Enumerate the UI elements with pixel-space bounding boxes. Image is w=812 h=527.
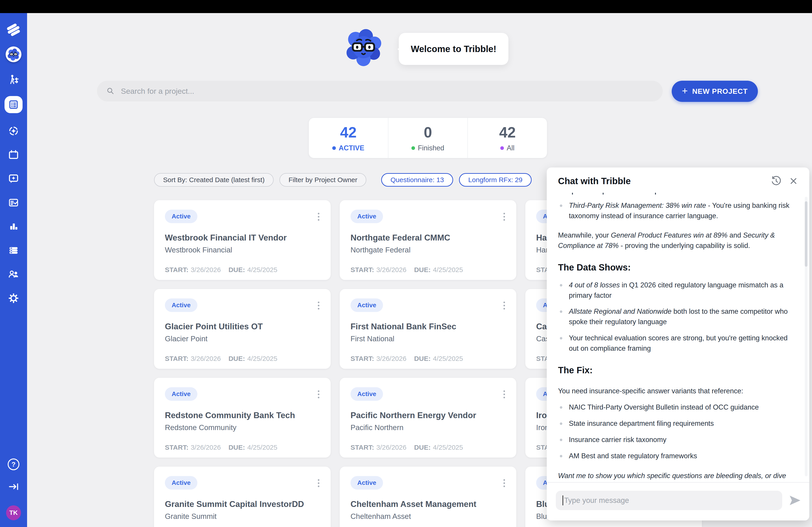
status-badge: Active — [350, 387, 383, 401]
tribble-logo-icon[interactable] — [6, 22, 21, 37]
card-menu-icon[interactable] — [317, 389, 321, 400]
sidebar-item-team[interactable] — [8, 268, 20, 281]
chat-paragraph: You need insurance-specific answer varia… — [558, 386, 797, 396]
sort-chip[interactable]: Sort By: Created Date (latest first) — [154, 173, 274, 187]
status-badge: Active — [165, 476, 197, 490]
start-date: 3/26/2026 — [191, 266, 221, 273]
chat-text: Your technical evaluation scores are str… — [569, 334, 788, 352]
chat-message-area[interactable]: Third-Party Risk Management: 38% win rat… — [547, 191, 803, 482]
card-title: Cheltenham Asset Management — [350, 499, 506, 509]
due-date: 4/25/2025 — [247, 443, 277, 451]
chat-section-heading: The Data Shows: — [558, 261, 797, 274]
chat-section-heading: The Fix: — [558, 364, 797, 377]
sidebar-item-handoff[interactable] — [8, 74, 20, 86]
help-icon[interactable]: ? — [8, 458, 19, 470]
project-card[interactable]: Active Northgate Federal CMMC Northgate … — [340, 200, 516, 280]
card-title: Glacier Point Utilities OT — [165, 322, 320, 331]
sidebar-item-review-checklist[interactable] — [8, 197, 20, 209]
tribble-mascot-avatar[interactable] — [6, 46, 21, 62]
filter-bar: Sort By: Created Date (latest first) Fil… — [154, 173, 532, 187]
card-title: Granite Summit Capital InvestorDD — [165, 499, 320, 509]
logout-icon[interactable] — [8, 481, 20, 493]
new-project-label: NEW PROJECT — [692, 87, 748, 95]
user-avatar[interactable]: TK — [6, 506, 21, 520]
search-input[interactable] — [121, 87, 654, 95]
chat-title: Chat with Tribble — [558, 176, 764, 186]
card-menu-icon[interactable] — [502, 478, 506, 488]
card-menu-icon[interactable] — [502, 300, 506, 311]
chat-scrollbar-thumb[interactable] — [805, 201, 808, 267]
sidebar-item-refresh-ai[interactable] — [8, 125, 20, 137]
due-date: 4/25/2025 — [433, 266, 463, 273]
project-card[interactable]: Active Granite Summit Capital InvestorDD… — [154, 467, 331, 527]
project-card[interactable]: Active First National Bank FinSec First … — [340, 289, 516, 369]
card-company: Glacier Point — [165, 334, 320, 343]
finished-dot — [411, 146, 415, 150]
user-initials: TK — [9, 509, 18, 516]
card-title: First National Bank FinSec — [350, 322, 506, 331]
text-caret — [563, 495, 563, 506]
owner-filter-chip[interactable]: Filter by Project Owner — [279, 173, 366, 187]
tribble-mascot-illustration — [344, 28, 383, 67]
start-date: 3/26/2026 — [376, 443, 406, 451]
new-project-button[interactable]: + NEW PROJECT — [672, 81, 758, 102]
due-date: 4/25/2025 — [247, 266, 277, 273]
card-company: Cheltenham Asset — [350, 512, 506, 521]
chat-bullet: Insurance carrier risk taxonomy — [558, 435, 797, 445]
longform-chip[interactable]: Longform RFx: 29 — [459, 173, 532, 187]
stat-finished[interactable]: 0 Finished — [388, 118, 467, 158]
card-menu-icon[interactable] — [502, 211, 506, 222]
clipped-message-remnant — [558, 191, 797, 195]
sidebar-item-chat-ai[interactable] — [8, 173, 20, 185]
status-badge: Active — [165, 210, 197, 223]
project-card[interactable]: Active Redstone Community Bank Tech Reds… — [154, 378, 331, 457]
stat-all[interactable]: 42 All — [467, 118, 547, 158]
chat-closing-question: Want me to show you which specific quest… — [558, 471, 797, 482]
project-card[interactable]: Active Pacific Northern Energy Vendor Pa… — [340, 378, 516, 457]
sidebar-item-settings[interactable] — [8, 292, 20, 304]
project-card[interactable]: Active Glacier Point Utilities OT Glacie… — [154, 289, 331, 369]
plus-icon: + — [682, 85, 688, 96]
chat-close-icon[interactable] — [788, 175, 799, 187]
due-label: DUE: — [229, 355, 245, 362]
chat-text: State insurance department filing requir… — [569, 420, 714, 427]
chat-bullet: Third-Party Risk Management: 38% win rat… — [558, 200, 797, 221]
status-badge: Active — [165, 298, 197, 312]
project-card[interactable]: Active Westbrook Financial IT Vendor Wes… — [154, 200, 331, 280]
chat-bullet: Your technical evaluation scores are str… — [558, 333, 797, 353]
sidebar: ? TK — [0, 13, 27, 527]
chat-text: AM Best and state regulatory frameworks — [569, 452, 697, 460]
chat-text-italic: Third-Party Risk Management: 38% win rat… — [569, 201, 706, 209]
top-window-bar — [0, 0, 812, 13]
chat-message-input[interactable] — [564, 496, 775, 505]
questionnaire-chip[interactable]: Questionnaire: 13 — [381, 173, 453, 187]
stat-finished-label: Finished — [418, 144, 444, 152]
chat-bullet: 4 out of 8 losses in Q1 2026 cited regul… — [558, 280, 797, 301]
start-label: START: — [350, 266, 374, 273]
due-label: DUE: — [229, 266, 245, 273]
card-company: Northgate Federal — [350, 246, 506, 254]
stat-active-label: ACTIVE — [338, 144, 364, 152]
sidebar-item-data-sources[interactable] — [8, 244, 20, 257]
sidebar-item-analytics[interactable] — [8, 221, 20, 232]
card-menu-icon[interactable] — [502, 389, 506, 400]
chat-input-wrapper — [556, 491, 782, 510]
sidebar-item-calendar[interactable] — [8, 149, 20, 161]
stat-all-label: All — [507, 144, 514, 152]
project-stats-card: 42 ACTIVE 0 Finished 42 All — [308, 118, 547, 158]
card-menu-icon[interactable] — [317, 478, 321, 488]
chat-history-icon[interactable] — [770, 175, 782, 187]
due-date: 4/25/2025 — [247, 355, 277, 362]
send-icon[interactable] — [788, 494, 801, 507]
project-card[interactable]: Active Cheltenham Asset Management Chelt… — [340, 467, 516, 527]
card-company: Redstone Community — [165, 423, 320, 432]
start-label: START: — [350, 355, 374, 362]
search-icon — [106, 87, 115, 95]
card-title: Pacific Northern Energy Vendor — [350, 411, 506, 420]
start-date: 3/26/2026 — [191, 443, 221, 451]
stat-active[interactable]: 42 ACTIVE — [309, 118, 388, 158]
chat-header: Chat with Tribble — [547, 167, 809, 191]
card-menu-icon[interactable] — [317, 300, 321, 311]
card-menu-icon[interactable] — [317, 211, 321, 222]
sidebar-item-projects-active[interactable] — [4, 96, 23, 113]
